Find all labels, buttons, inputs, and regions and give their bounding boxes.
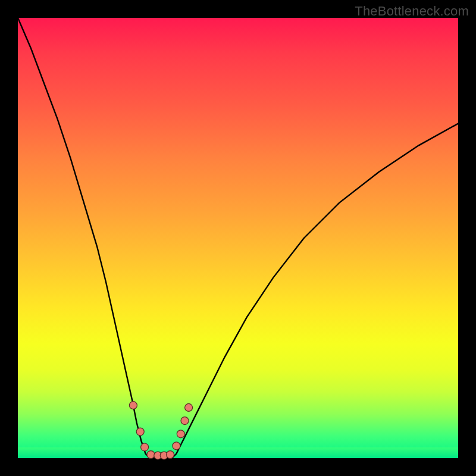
- data-point: [181, 417, 189, 425]
- data-point: [136, 428, 144, 436]
- data-point: [177, 430, 184, 438]
- data-point: [147, 451, 155, 459]
- attribution-label: TheBottleneck.com: [355, 4, 469, 19]
- chart-frame: TheBottleneck.com: [0, 0, 476, 476]
- data-point: [167, 451, 174, 459]
- data-point: [185, 403, 193, 411]
- plot-area: [18, 18, 458, 458]
- data-point: [129, 402, 137, 409]
- data-point: [141, 443, 149, 451]
- curve-layer: [18, 18, 458, 458]
- curve-left_curve: [18, 18, 150, 458]
- curve-right_curve: [172, 124, 458, 458]
- data-point: [173, 442, 180, 450]
